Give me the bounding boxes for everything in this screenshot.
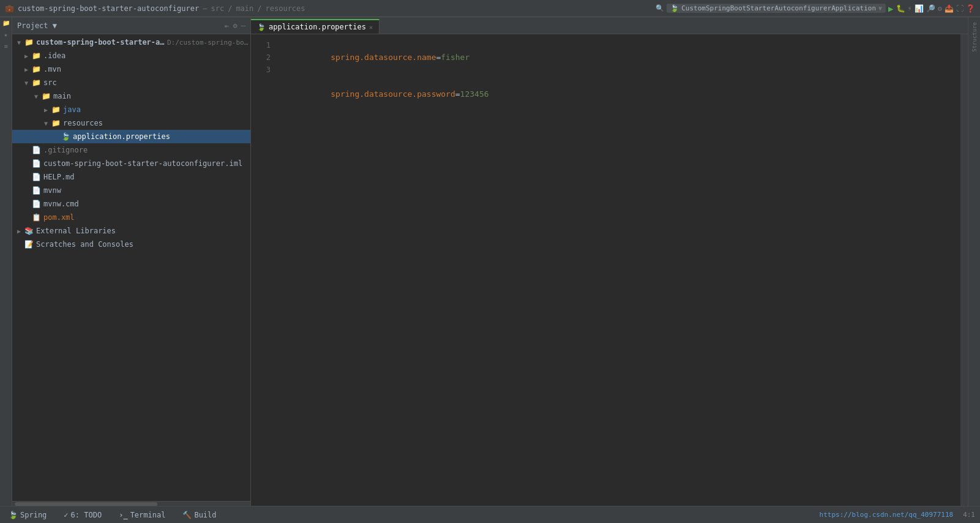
- tree-item-iml[interactable]: 📄 custom-spring-boot-starter-autoconfigu…: [12, 157, 250, 170]
- help-icon[interactable]: ❓: [966, 4, 975, 13]
- tree-item-resources[interactable]: ▼ 📁 resources: [12, 116, 250, 130]
- title-bar-right: 🔍 🍃 CustomSpringBootStarterAutoconfigure…: [656, 4, 975, 13]
- coverage-button[interactable]: ⚡: [908, 4, 912, 13]
- tree-label-resources: resources: [63, 119, 103, 127]
- search-everywhere-icon[interactable]: 🔍: [656, 4, 664, 12]
- arrow-src: ▼: [24, 80, 32, 86]
- minimize-icon[interactable]: –: [241, 21, 245, 30]
- tab-application-properties[interactable]: 🍃 application.properties ✕: [251, 19, 380, 34]
- tree-label-mvn: .mvn: [43, 65, 61, 73]
- tree-item-mvn[interactable]: ▶ 📁 .mvn: [12, 62, 250, 76]
- run-config-icon: 🍃: [670, 4, 679, 12]
- project-view-icon[interactable]: 📁: [2, 20, 10, 26]
- structure-icon[interactable]: ≡: [4, 43, 7, 50]
- line-num-3: 3: [251, 64, 271, 76]
- code-editor[interactable]: 1 2 3 spring.datasource.name=fisher spri…: [251, 34, 968, 506]
- tree-item-java[interactable]: ▶ 📁 java: [12, 103, 250, 116]
- title-bar: 💼 custom-spring-boot-starter-autoconfigu…: [0, 0, 980, 17]
- tree-scrollbar[interactable]: [12, 501, 250, 506]
- structure-label[interactable]: Structure: [971, 22, 978, 52]
- bottom-tab-spring[interactable]: 🍃 Spring: [5, 510, 50, 521]
- tab-icon-app-props: 🍃: [257, 23, 266, 31]
- code-line-1: spring.datasource.name=fisher: [283, 39, 953, 76]
- title-breadcrumb-main: main: [236, 4, 253, 13]
- line-num-1: 1: [251, 39, 271, 51]
- main-layout: 📁 ★ ≡ Project ▼ ⇤ ⚙ – ▼ 📁 custom-spring-…: [0, 17, 980, 506]
- tree-label-scratches: Scratches and Consoles: [36, 240, 133, 249]
- arrow-resources: ▼: [44, 120, 51, 127]
- folder-icon-mvn: 📁: [32, 65, 41, 73]
- line-numbers: 1 2 3: [251, 34, 275, 506]
- folder-icon-resources: 📁: [51, 119, 61, 127]
- tree-item-application-properties[interactable]: 🍃 application.properties: [12, 130, 250, 143]
- tree-item-external-libs[interactable]: ▶ 📚 External Libraries: [12, 224, 250, 238]
- settings-icon[interactable]: ⚙: [938, 4, 942, 13]
- build-icon: 🔨: [182, 511, 192, 519]
- tree-item-scratches[interactable]: 📝 Scratches and Consoles: [12, 238, 250, 251]
- arrow-main: ▼: [34, 93, 42, 100]
- tree-label-java: java: [63, 105, 81, 114]
- bottom-bar: 🍃 Spring ✓ 6: TODO ›_ Terminal 🔨 Build h…: [0, 506, 980, 523]
- editor-right-gutter: [960, 34, 968, 506]
- arrow-java: ▶: [44, 107, 51, 113]
- tree-item-mvnw[interactable]: 📄 mvnw: [12, 184, 250, 197]
- run-button[interactable]: ▶: [888, 4, 893, 13]
- tree-item-pom[interactable]: 📋 pom.xml: [12, 211, 250, 224]
- tree-label-mvnw: mvnw: [43, 186, 61, 195]
- tree-label-idea: .idea: [43, 51, 65, 60]
- tree-label-gitignore: .gitignore: [43, 146, 88, 154]
- md-icon: 📄: [32, 173, 41, 181]
- tree-item-root[interactable]: ▼ 📁 custom-spring-boot-starter-autoconfi…: [12, 36, 250, 49]
- tree-item-gitignore[interactable]: 📄 .gitignore: [12, 143, 250, 157]
- right-panel-strip: Structure: [968, 17, 980, 506]
- bottom-tab-build[interactable]: 🔨 Build: [179, 510, 220, 521]
- folder-icon-src: 📁: [32, 78, 41, 87]
- tree-label-root: custom-spring-boot-starter-autoconfigure…: [36, 38, 165, 47]
- favorites-icon[interactable]: ★: [4, 31, 7, 38]
- tree-item-idea[interactable]: ▶ 📁 .idea: [12, 49, 250, 62]
- search-icon[interactable]: 🔎: [926, 4, 935, 13]
- file-tree: ▼ 📁 custom-spring-boot-starter-autoconfi…: [12, 34, 250, 501]
- editor-area: 🍃 application.properties ✕ 1 2 3 spring.…: [251, 17, 968, 506]
- tree-label-iml: custom-spring-boot-starter-autoconfigure…: [43, 159, 242, 168]
- tree-item-help[interactable]: 📄 HELP.md: [12, 170, 250, 184]
- tree-item-main[interactable]: ▼ 📁 main: [12, 89, 250, 103]
- collapse-all-icon[interactable]: ⇤: [225, 21, 229, 30]
- xml-icon: 📋: [32, 213, 41, 222]
- prop-key-1: spring.datasource.name: [331, 53, 436, 62]
- run-config-label: CustomSpringBootStarterAutoconfigurerApp…: [681, 4, 876, 12]
- debug-button[interactable]: 🐛: [896, 4, 905, 13]
- properties-icon: 🍃: [61, 132, 70, 141]
- todo-label: 6: TODO: [71, 511, 102, 519]
- bottom-tab-todo[interactable]: ✓ 6: TODO: [60, 510, 105, 521]
- bottom-tab-terminal[interactable]: ›_ Terminal: [115, 510, 169, 521]
- tree-label-main: main: [53, 92, 71, 100]
- terminal-icon: ›_: [119, 511, 127, 519]
- prop-key-2: spring.datasource.password: [331, 89, 455, 99]
- terminal-label: Terminal: [130, 511, 166, 519]
- code-content[interactable]: spring.datasource.name=fisher spring.dat…: [275, 34, 960, 506]
- fullscreen-icon[interactable]: ⛶: [956, 4, 963, 13]
- tree-label-pom: pom.xml: [43, 213, 75, 222]
- project-icon: 💼: [5, 4, 14, 13]
- vcs-icon[interactable]: 📤: [944, 4, 954, 13]
- prop-val-2: 123456: [460, 89, 489, 99]
- gear-icon[interactable]: ⚙: [233, 21, 238, 30]
- run-config-selector[interactable]: 🍃 CustomSpringBootStarterAutoconfigurerA…: [667, 4, 886, 13]
- tab-close-btn[interactable]: ✕: [369, 24, 373, 31]
- folder-icon-java: 📁: [51, 105, 61, 114]
- title-bar-left: 💼 custom-spring-boot-starter-autoconfigu…: [5, 4, 305, 13]
- tree-label-src: src: [43, 78, 57, 87]
- bottom-url[interactable]: https://blog.csdn.net/qq_40977118: [820, 511, 954, 519]
- title-breadcrumb-src: src: [211, 4, 224, 13]
- tree-item-src[interactable]: ▼ 📁 src: [12, 76, 250, 89]
- tree-label-mvnwcmd: mvnw.cmd: [43, 200, 79, 208]
- left-activity-bar: 📁 ★ ≡: [0, 17, 12, 506]
- scratches-icon: 📝: [24, 240, 34, 249]
- iml-icon: 📄: [32, 159, 41, 168]
- run-config-arrow: ▼: [878, 5, 882, 12]
- profile-button[interactable]: 📊: [915, 4, 924, 13]
- tree-item-mvnwcmd[interactable]: 📄 mvnw.cmd: [12, 197, 250, 211]
- arrow-root: ▼: [17, 39, 24, 46]
- libraries-icon: 📚: [24, 227, 34, 235]
